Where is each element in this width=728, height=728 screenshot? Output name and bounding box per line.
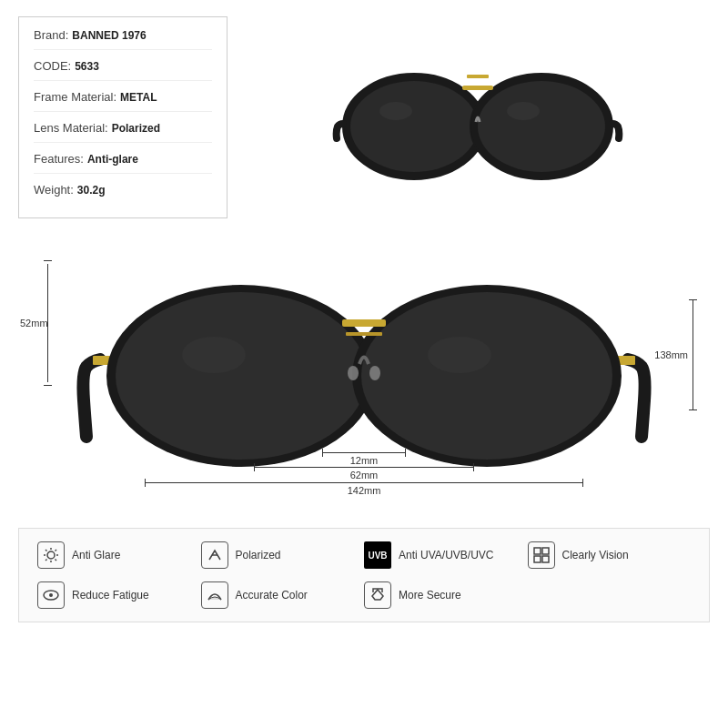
feature-polarized: Polarized [201, 541, 365, 569]
uvb-icon: UVB [364, 541, 391, 569]
specs-box: Brand: BANNED 1976 CODE: 5633 Frame Mate… [18, 16, 228, 218]
uvb-label: Anti UVA/UVB/UVC [399, 549, 493, 561]
weight-value: 30.2g [77, 184, 106, 197]
svg-rect-0 [467, 75, 489, 78]
spec-brand: Brand: BANNED 1976 [34, 28, 212, 50]
svg-point-6 [379, 102, 412, 120]
svg-rect-30 [534, 548, 541, 554]
measurement-12mm: 12mm [323, 452, 405, 466]
top-image-area [246, 16, 710, 218]
svg-point-7 [507, 102, 540, 120]
clearly-vision-label: Clearly Vision [562, 549, 629, 561]
anti-glare-label: Anti Glare [72, 549, 120, 561]
svg-point-19 [369, 366, 380, 380]
svg-point-16 [182, 337, 246, 373]
accurate-color-label: Accurate Color [236, 589, 308, 602]
middle-section: 52mm [0, 228, 728, 528]
lens-label: Lens Material: [34, 121, 108, 135]
svg-point-11 [116, 292, 367, 460]
frame-label: Frame Material: [34, 90, 116, 104]
feature-accurate-color: Accurate Color [201, 581, 365, 609]
features-section: Anti Glare Polarized UVB Anti UVA/UVB/UV… [18, 528, 710, 622]
lens-value: Polarized [112, 122, 160, 135]
feature-clearly-vision: Clearly Vision [528, 541, 692, 569]
svg-point-35 [49, 593, 53, 597]
svg-line-26 [56, 560, 57, 561]
accurate-color-icon [201, 581, 228, 609]
spec-features: Features: Anti-glare [34, 152, 212, 174]
svg-rect-14 [342, 319, 386, 327]
feature-anti-glare: Anti Glare [37, 541, 201, 569]
clearly-vision-icon [528, 541, 555, 569]
svg-point-13 [361, 292, 612, 460]
measurement-62mm: 62mm [255, 467, 473, 480]
top-section: Brand: BANNED 1976 CODE: 5633 Frame Mate… [0, 0, 728, 228]
glasses-top-image [332, 40, 623, 195]
svg-point-4 [478, 81, 605, 172]
feature-uvb: UVB Anti UVA/UVB/UVC [364, 541, 528, 569]
polarized-icon [201, 541, 228, 569]
frame-value: METAL [120, 91, 157, 104]
anti-glare-icon [37, 541, 65, 569]
svg-rect-15 [346, 332, 382, 336]
svg-line-27 [46, 560, 47, 561]
brand-label: Brand: [34, 28, 68, 42]
svg-point-17 [428, 337, 491, 373]
svg-rect-31 [542, 548, 549, 554]
feature-more-secure: More Secure [364, 581, 528, 609]
weight-label: Weight: [34, 183, 74, 197]
features-value: Anti-glare [87, 153, 138, 166]
spec-weight: Weight: 30.2g [34, 183, 212, 197]
more-secure-icon [364, 581, 391, 609]
svg-point-2 [350, 81, 478, 172]
feature-reduce-fatigue: Reduce Fatigue [37, 581, 201, 609]
svg-point-18 [348, 366, 359, 380]
svg-rect-5 [462, 86, 493, 90]
measurement-52mm: 52mm [47, 264, 48, 382]
code-label: CODE: [34, 59, 71, 73]
reduce-fatigue-label: Reduce Fatigue [72, 589, 149, 602]
svg-rect-32 [534, 556, 541, 562]
spec-frame: Frame Material: METAL [34, 90, 212, 112]
svg-line-28 [56, 550, 57, 551]
svg-rect-33 [542, 556, 549, 562]
reduce-fatigue-icon [37, 581, 65, 609]
brand-value: BANNED 1976 [72, 29, 146, 42]
product-page: Brand: BANNED 1976 CODE: 5633 Frame Mate… [0, 0, 728, 728]
features-label: Features: [34, 152, 84, 166]
more-secure-label: More Secure [399, 589, 461, 602]
code-value: 5633 [75, 60, 99, 73]
spec-code: CODE: 5633 [34, 59, 212, 81]
svg-point-20 [47, 551, 55, 559]
svg-line-25 [46, 550, 47, 551]
spec-lens: Lens Material: Polarized [34, 121, 212, 143]
polarized-label: Polarized [236, 549, 281, 561]
measurement-138mm: 138mm [675, 300, 703, 410]
measurement-142mm: 142mm [146, 482, 582, 496]
